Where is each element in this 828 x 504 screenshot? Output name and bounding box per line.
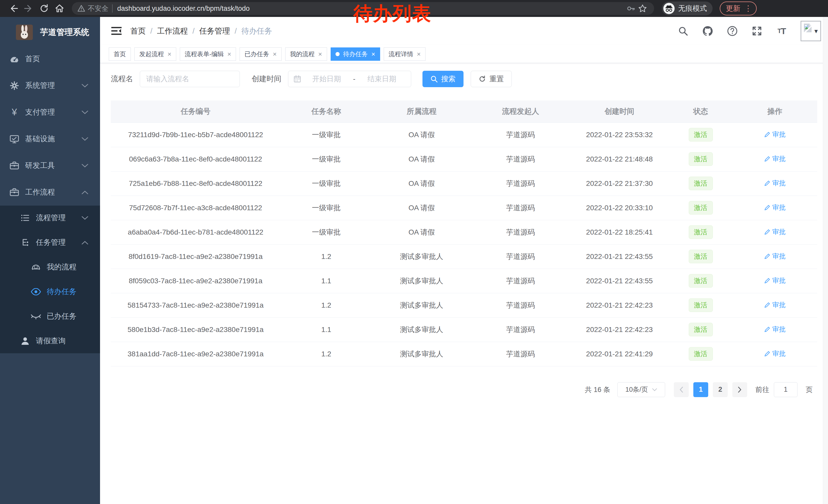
approve-link[interactable]: 审批 (764, 203, 786, 212)
breadcrumb-home[interactable]: 首页 (130, 26, 146, 36)
total-count: 共 16 条 (585, 385, 610, 394)
sidebar-item-workflow[interactable]: 工作流程 (0, 179, 100, 205)
not-secure-label[interactable]: 不安全 (88, 4, 109, 13)
tab-home[interactable]: 首页 (109, 47, 131, 61)
approve-link[interactable]: 审批 (764, 276, 786, 285)
sidebar-collapse-icon[interactable] (110, 25, 123, 37)
date-range-picker[interactable]: 开始日期 - 结束日期 (288, 71, 411, 87)
tab-start-process[interactable]: 发起流程 × (134, 47, 176, 61)
search-icon[interactable] (677, 26, 689, 37)
sidebar-item-infrastructure[interactable]: 基础设施 (0, 126, 100, 152)
cell-initiator: 芋道源码 (471, 342, 570, 366)
font-size-icon[interactable]: TT (776, 26, 787, 37)
user-menu[interactable]: ▾ (800, 21, 818, 41)
tab-done-tasks[interactable]: 已办任务 × (240, 47, 281, 61)
browser-forward-icon[interactable] (22, 2, 35, 15)
cell-process: 测试多审批人 (372, 269, 471, 293)
approve-link[interactable]: 审批 (764, 252, 786, 261)
sidebar-item-payment[interactable]: ¥ 支付管理 (0, 99, 100, 126)
sidebar-item-devtools[interactable]: 研发工具 (0, 152, 100, 179)
approve-link[interactable]: 审批 (764, 349, 786, 358)
approve-link[interactable]: 审批 (764, 325, 786, 334)
process-name-input[interactable] (140, 71, 240, 87)
table-row: 58154733-7ac8-11ec-a9e2-a2380e71991a 1.2… (111, 293, 817, 317)
sidebar: 芋道管理系统 首页 系统管理 ¥ 支付管理 (0, 17, 100, 504)
cell-task-name: 1.2 (280, 244, 372, 269)
sidebar-item-my-process[interactable]: 我的流程 (0, 255, 100, 279)
tab-process-form-edit[interactable]: 流程表单-编辑 × (180, 47, 236, 61)
close-icon[interactable]: × (167, 51, 171, 57)
sidebar-item-system[interactable]: 系统管理 (0, 72, 100, 99)
cell-create-time: 2022-01-22 21:37:30 (570, 171, 669, 196)
password-key-icon[interactable] (625, 3, 637, 14)
tab-label: 我的流程 (290, 50, 315, 58)
close-icon[interactable]: × (417, 51, 421, 57)
cell-task-name: 1.2 (280, 293, 372, 317)
caret-down-icon[interactable]: ▾ (815, 27, 818, 35)
page-button-1[interactable]: 1 (693, 382, 708, 397)
prev-page-button[interactable] (674, 382, 689, 397)
sidebar-item-label: 流程管理 (36, 213, 66, 223)
bookmark-star-icon[interactable] (637, 3, 649, 14)
browser-menu-icon[interactable]: ⋮ (744, 5, 752, 12)
help-icon[interactable] (727, 26, 738, 37)
start-date-placeholder[interactable]: 开始日期 (303, 74, 350, 84)
sidebar-item-home[interactable]: 首页 (0, 46, 100, 72)
user-icon (20, 336, 30, 346)
update-label[interactable]: 更新 (726, 4, 740, 13)
browser-back-icon[interactable] (7, 2, 20, 15)
cell-process: OA 请假 (372, 147, 471, 171)
cell-process: OA 请假 (372, 196, 471, 220)
fullscreen-icon[interactable] (751, 26, 762, 37)
browser-reload-icon[interactable] (37, 2, 51, 15)
approve-link[interactable]: 审批 (764, 130, 786, 139)
next-page-button[interactable] (732, 382, 747, 397)
scrollbar-gutter[interactable] (823, 17, 828, 504)
close-icon[interactable]: × (273, 51, 277, 57)
browser-update-button[interactable]: 更新 ⋮ (720, 2, 757, 15)
approve-link[interactable]: 审批 (764, 227, 786, 236)
tab-label: 流程详情 (388, 50, 413, 58)
tab-process-detail[interactable]: 流程详情 × (384, 47, 425, 61)
gauge-icon (9, 54, 19, 64)
page-unit-label: 页 (806, 385, 813, 394)
sidebar-item-leave-query[interactable]: 请假查询 (0, 329, 100, 353)
end-date-placeholder[interactable]: 结束日期 (358, 74, 406, 84)
active-dot-icon (335, 52, 340, 56)
incognito-icon (663, 3, 675, 14)
avatar[interactable] (800, 21, 821, 41)
approve-link[interactable]: 审批 (764, 179, 786, 188)
goto-page-input[interactable] (774, 382, 797, 397)
approve-link[interactable]: 审批 (764, 301, 786, 310)
page-button-2[interactable]: 2 (713, 382, 728, 397)
sidebar-item-process-mgmt[interactable]: 流程管理 (0, 205, 100, 230)
refresh-icon (479, 75, 486, 83)
cell-process: OA 请假 (372, 123, 471, 147)
close-icon[interactable]: × (227, 51, 231, 57)
process-name-label: 流程名 (111, 74, 133, 84)
browser-home-icon[interactable] (53, 2, 66, 15)
cell-task-name: 1.1 (280, 317, 372, 342)
close-icon[interactable]: × (318, 51, 322, 57)
search-button[interactable]: 搜索 (422, 71, 463, 87)
cell-create-time: 2022-01-22 23:53:32 (570, 123, 669, 147)
breadcrumb-workflow[interactable]: 工作流程 (157, 26, 188, 36)
tab-todo-tasks[interactable]: 待办任务 × (331, 47, 380, 61)
tab-my-process[interactable]: 我的流程 × (285, 47, 327, 61)
edit-icon (764, 132, 770, 138)
approve-link[interactable]: 审批 (764, 154, 786, 163)
sidebar-item-done-tasks[interactable]: 已办任务 (0, 304, 100, 329)
incognito-badge: 无痕模式 (662, 2, 713, 15)
incognito-label: 无痕模式 (678, 4, 707, 13)
cell-initiator: 芋道源码 (471, 317, 570, 342)
table-row: a6aba0a4-7b6d-11ec-b781-acde48001122 一级审… (111, 220, 817, 244)
reset-button[interactable]: 重置 (471, 71, 512, 87)
sidebar-item-task-mgmt[interactable]: 任务管理 (0, 230, 100, 255)
close-icon[interactable]: × (371, 51, 375, 57)
eye-closed-icon (31, 313, 41, 319)
sidebar-item-todo-tasks[interactable]: 待办任务 (0, 279, 100, 304)
github-icon[interactable] (702, 26, 713, 37)
breadcrumb-task-mgmt[interactable]: 任务管理 (199, 26, 230, 36)
page-size-select[interactable]: 10条/页 (617, 382, 665, 397)
app-header: 首页 / 工作流程 / 任务管理 / 待办任务 (100, 17, 828, 45)
